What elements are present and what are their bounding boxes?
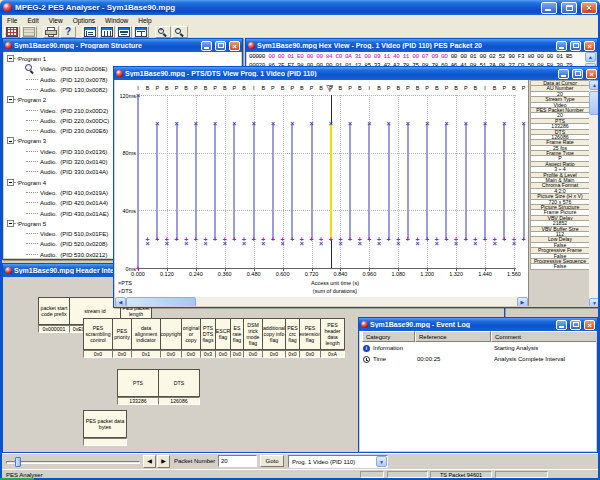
- tree-expand-toggle[interactable]: [7, 179, 14, 186]
- scroll-up-button[interactable]: ▲: [589, 80, 598, 90]
- analysis-button[interactable]: [4, 26, 20, 38]
- tree-stream[interactable]: Video. (PID 210,0x00D2): [40, 106, 108, 116]
- scroll-down-button[interactable]: ▼: [589, 298, 598, 306]
- maximize-button[interactable]: [570, 320, 581, 330]
- tree-program-1[interactable]: Program 1: [18, 54, 46, 64]
- zoom-out-button[interactable]: −: [172, 26, 188, 38]
- column-header-reference[interactable]: Reference: [415, 331, 491, 342]
- impulse: [445, 124, 447, 239]
- tree-stream[interactable]: Audio. (PID 330,0x014A): [40, 167, 108, 177]
- event-log-list[interactable]: CategoryReferenceCommentiInformationStar…: [360, 331, 596, 451]
- tree-program-4[interactable]: Program 4: [18, 178, 46, 188]
- scroll-right-button[interactable]: ▶: [517, 297, 528, 306]
- pts-dts-view-button[interactable]: [133, 26, 149, 38]
- tree-stream[interactable]: Audio. (PID 130,0x0082): [40, 85, 107, 95]
- header-interpretation-view-button[interactable]: [116, 26, 132, 38]
- frame-type-label: P: [192, 85, 199, 91]
- menu-item-options[interactable]: Options: [68, 17, 100, 24]
- maximize-button[interactable]: [215, 41, 226, 51]
- scroll-left-button[interactable]: ◀: [115, 297, 126, 306]
- cursor-marker[interactable]: ▽: [326, 84, 333, 93]
- tree-stream[interactable]: Audio. (PID 120,0x0078): [40, 75, 107, 85]
- dts-mark: +: [173, 236, 180, 243]
- tree-stream[interactable]: Audio. (PID 420,0x01A4): [40, 198, 108, 208]
- tree-stream[interactable]: Audio. (PID 220,0x00DC): [40, 116, 109, 126]
- scrollbar-thumb[interactable]: [589, 91, 598, 115]
- print-button[interactable]: [43, 26, 59, 38]
- maximize-icon: [566, 5, 573, 11]
- tree-program-2[interactable]: Program 2: [18, 95, 46, 105]
- frame-type-label: B: [510, 85, 517, 91]
- hex-row[interactable]: 00000 00 00 01 E0 00 00 84 C0 0A 31 00 0…: [247, 53, 585, 62]
- menu-item-help[interactable]: Help: [133, 17, 156, 24]
- tree-program-3[interactable]: Program 3: [18, 136, 46, 146]
- tree-expand-toggle[interactable]: [7, 55, 14, 62]
- tree-stream[interactable]: Audio. (PID 520,0x0208): [40, 239, 107, 249]
- close-button[interactable]: ×: [584, 41, 595, 51]
- help-button[interactable]: ?: [60, 26, 76, 38]
- program-structure-titlebar[interactable]: Sym1Base90.mpg - Program Structure ×: [3, 39, 242, 52]
- tree-stream[interactable]: Audio. (PID 320,0x0140): [40, 157, 107, 167]
- minimize-button[interactable]: [201, 41, 212, 51]
- menu-bar: FileEditViewOptionsWindowHelp: [2, 15, 598, 26]
- tree-stream[interactable]: Video. (PID 510,0x01FE): [40, 229, 108, 239]
- event-log-row[interactable]: iInformationStarting Analysis: [360, 343, 596, 354]
- column-header-category[interactable]: Category: [362, 331, 415, 342]
- close-button[interactable]: ×: [229, 41, 240, 51]
- hex-view-button[interactable]: [99, 26, 115, 38]
- close-button[interactable]: ×: [581, 2, 597, 14]
- minimize-button[interactable]: [558, 69, 569, 79]
- menu-item-view[interactable]: View: [44, 17, 68, 24]
- tree-stream[interactable]: Audio. (PID 430,0x01AE): [40, 209, 109, 219]
- tree-expand-toggle[interactable]: [7, 220, 14, 227]
- maximize-button[interactable]: [572, 69, 583, 79]
- impulse: [272, 124, 274, 239]
- event-log-titlebar[interactable]: Sym1Base90.mpg - Event Log ×: [359, 318, 597, 331]
- menu-item-window[interactable]: Window: [100, 17, 133, 24]
- pts-dts-titlebar[interactable]: Sym1Base90.mpg - PTS/DTS View Prog. 1 Vi…: [114, 67, 598, 80]
- chart-plot-area[interactable]: 0.0000.1200.2400.3600.4800.6000.7200.840…: [115, 80, 528, 297]
- minimize-button[interactable]: [541, 2, 557, 14]
- x-tick-label: 0.600: [269, 271, 297, 277]
- packet-slider-thumb[interactable]: [15, 457, 21, 467]
- close-button[interactable]: ×: [586, 69, 597, 79]
- zoom-in-button[interactable]: +: [155, 26, 171, 38]
- tree-program-5[interactable]: Program 5: [18, 219, 46, 229]
- tree-stream[interactable]: Video. (PID 110,0x006E): [40, 64, 108, 74]
- panel-vertical-scrollbar[interactable]: ▲ ▼: [589, 80, 598, 306]
- field-label: PES priority: [112, 318, 132, 350]
- goto-button[interactable]: Goto: [260, 455, 284, 467]
- frame-type-label: B: [202, 85, 209, 91]
- column-header-comment[interactable]: Comment: [491, 331, 596, 342]
- maximize-button[interactable]: [561, 2, 577, 14]
- event-log-row[interactable]: Time00:00:25Analysis Complete Interval: [360, 354, 596, 365]
- menu-item-file[interactable]: File: [2, 17, 22, 24]
- scrollbar-thumb[interactable]: [126, 297, 196, 306]
- stream-selector-combo[interactable]: Prog. 1 Video (PID 110) ▼: [288, 455, 388, 468]
- tree-stream[interactable]: Video. (PID 310,0x0136): [40, 147, 107, 157]
- chevron-down-icon[interactable]: ▼: [376, 456, 387, 467]
- packet-slider-track[interactable]: [6, 461, 140, 464]
- tree-stream[interactable]: Video. (PID 410,0x019A): [40, 188, 108, 198]
- frame-type-label: B: [183, 85, 190, 91]
- packet-number-input[interactable]: [218, 455, 257, 467]
- close-button[interactable]: ×: [584, 320, 595, 330]
- tree-expand-toggle[interactable]: [7, 137, 14, 144]
- title-bar[interactable]: MPEG-2 PES Analyser - Sym1Base90.mpg ×: [0, 0, 600, 15]
- pts-mark: ×: [183, 240, 190, 247]
- tree-expand-toggle[interactable]: [7, 96, 14, 103]
- scroll-up-button[interactable]: ▲: [585, 52, 596, 62]
- menu-item-edit[interactable]: Edit: [22, 17, 43, 24]
- minimize-button[interactable]: [556, 41, 567, 51]
- window-icon: [5, 267, 12, 274]
- minimize-button[interactable]: [556, 320, 567, 330]
- tree-stream[interactable]: Audio. (PID 530,0x0212): [40, 250, 107, 258]
- next-packet-button[interactable]: ▶: [157, 455, 170, 468]
- program-structure-view-button[interactable]: [82, 26, 98, 38]
- tree-stream[interactable]: Audio. (PID 230,0x00E6): [40, 126, 108, 136]
- hex-view-titlebar[interactable]: Sym1Base90.mpg Hex View - Prog. 1 Video …: [246, 39, 597, 52]
- maximize-button[interactable]: [570, 41, 581, 51]
- chart-horizontal-scrollbar[interactable]: ◀ ▶: [115, 297, 528, 306]
- previous-packet-button[interactable]: ◀: [143, 455, 156, 468]
- export-button[interactable]: [21, 26, 37, 38]
